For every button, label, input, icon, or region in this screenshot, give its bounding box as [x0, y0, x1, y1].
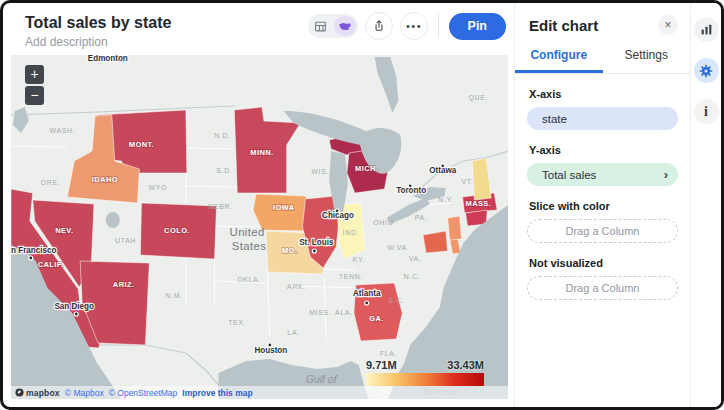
city-label: San Diego — [54, 302, 94, 311]
map-label: IDAHO — [92, 175, 118, 184]
visualization-toggle — [308, 14, 358, 38]
map-label: NEBR. — [208, 203, 233, 210]
map-label: IND. — [343, 229, 360, 236]
header: Total sales by state Add description ••• — [3, 3, 514, 55]
city-label: Houston — [254, 346, 287, 355]
map-label: FLA. — [380, 350, 397, 357]
edit-chart-panel: Edit chart × Configure Settings X-axis s… — [514, 3, 690, 407]
table-view-icon[interactable] — [310, 16, 332, 36]
info-icon: i — [704, 105, 708, 119]
right-rail: i — [690, 3, 721, 407]
more-options-button[interactable]: ••• — [400, 12, 428, 40]
map-label: GA. — [369, 314, 384, 323]
map-label: TENN. — [339, 273, 363, 280]
pin-button[interactable]: Pin — [449, 13, 506, 40]
city-dot — [74, 312, 78, 316]
map-label: S.D. — [216, 167, 232, 174]
main-area: Total sales by state Add description ••• — [3, 3, 514, 407]
share-button[interactable] — [365, 12, 393, 40]
panel-title: Edit chart — [529, 17, 598, 34]
mapbox-link[interactable]: © Mapbox — [65, 388, 104, 398]
x-axis-value: state — [542, 113, 567, 125]
map-label: N.D. — [214, 132, 231, 139]
map-label: LA. — [287, 329, 299, 336]
city-label: St. Louis — [299, 238, 334, 247]
map-label: MONT. — [129, 140, 154, 149]
chevron-right-icon: › — [664, 168, 668, 181]
zoom-out-button[interactable]: − — [25, 86, 44, 105]
map-label: S.C. — [388, 297, 404, 304]
share-icon — [372, 19, 386, 33]
zoom-in-button[interactable]: + — [25, 65, 44, 84]
map-attribution: mapbox © Mapbox © OpenStreetMap Improve … — [11, 386, 508, 399]
slice-dropzone[interactable]: Drag a Column — [527, 219, 678, 243]
panel-tabs: Configure Settings — [515, 41, 690, 74]
legend-min: 9.71M — [366, 359, 397, 371]
map-label: United — [230, 226, 265, 238]
choropleth-map[interactable]: MONT.IDAHONEV.CALIF.ARIZ.COLO.MINN.IOWAM… — [11, 55, 508, 399]
city-label: Edmonton — [88, 55, 128, 63]
slice-with-color-label: Slice with color — [529, 200, 678, 212]
map-label: UTAH — [115, 237, 136, 244]
map-label: WASH. — [49, 127, 75, 134]
x-axis-label: X-axis — [529, 88, 678, 100]
map-label: TEX. — [228, 319, 246, 326]
mapbox-logo-icon — [15, 388, 24, 397]
map-label: Gulf of — [306, 374, 338, 385]
map-label: QUE. — [469, 94, 489, 102]
toolbar-divider — [438, 14, 439, 38]
map-label: MISS. — [309, 309, 331, 316]
map-label: OKLA. — [237, 276, 261, 283]
settings-panel-button[interactable] — [694, 58, 719, 83]
tab-configure[interactable]: Configure — [515, 41, 603, 73]
state-nj[interactable] — [448, 216, 462, 240]
not-visualized-dropzone[interactable]: Drag a Column — [527, 276, 678, 300]
close-icon[interactable]: × — [658, 15, 678, 35]
map-label: ORE. — [41, 179, 61, 186]
chart-panel-button[interactable] — [694, 17, 719, 42]
add-description[interactable]: Add description — [25, 35, 171, 49]
map-label: VT. — [461, 178, 473, 185]
mapbox-logo[interactable]: mapbox — [15, 388, 60, 398]
city-label: Atlanta — [353, 289, 381, 298]
map-label: COLO. — [164, 226, 190, 235]
map-label: States — [232, 240, 267, 252]
legend-max: 33.43M — [447, 359, 484, 371]
map-label: WIS. — [311, 168, 329, 175]
map-label: NEV. — [55, 226, 73, 235]
map-label: ARIZ. — [113, 280, 135, 289]
ellipsis-icon: ••• — [405, 21, 422, 32]
map-label: PA. — [415, 214, 428, 221]
map-label: WYO. — [149, 184, 170, 191]
info-panel-button[interactable]: i — [694, 99, 719, 124]
map-label: N.C. — [404, 273, 421, 280]
bar-chart-icon — [700, 23, 713, 36]
map-label: N.M. — [165, 292, 182, 299]
y-axis-value: Total sales — [542, 169, 596, 181]
map-label: MICH. — [355, 164, 378, 173]
great-salt-lake — [106, 212, 120, 228]
city-dot — [365, 301, 369, 305]
map-view-icon[interactable] — [334, 16, 356, 36]
map-label: CALIF. — [38, 260, 64, 269]
y-axis-label: Y-axis — [529, 144, 678, 156]
map-label: ARK. — [287, 283, 306, 290]
city-label: Toronto — [396, 186, 426, 195]
y-axis-field[interactable]: Total sales › — [527, 163, 678, 186]
map-label: MASS. — [465, 199, 491, 208]
color-legend: 9.71M 33.43M — [366, 359, 484, 386]
improve-map-link[interactable]: Improve this map — [182, 388, 252, 398]
state-md[interactable] — [423, 231, 448, 253]
osm-link[interactable]: © OpenStreetMap — [109, 388, 178, 398]
us-map-svg: MONT.IDAHONEV.CALIF.ARIZ.COLO.MINN.IOWAM… — [11, 55, 508, 399]
x-axis-field[interactable]: state — [527, 107, 678, 130]
city-label: San Francisco — [11, 246, 56, 255]
tab-settings[interactable]: Settings — [603, 41, 691, 73]
map-label: ALA. — [335, 309, 353, 316]
app-window: Total sales by state Add description ••• — [0, 0, 724, 410]
map-label: KY. — [353, 256, 365, 263]
map-label: OHIO — [373, 219, 393, 226]
gear-icon — [698, 63, 714, 79]
map-label: W.VA. — [387, 244, 409, 251]
map-label: IOWA — [273, 203, 295, 212]
